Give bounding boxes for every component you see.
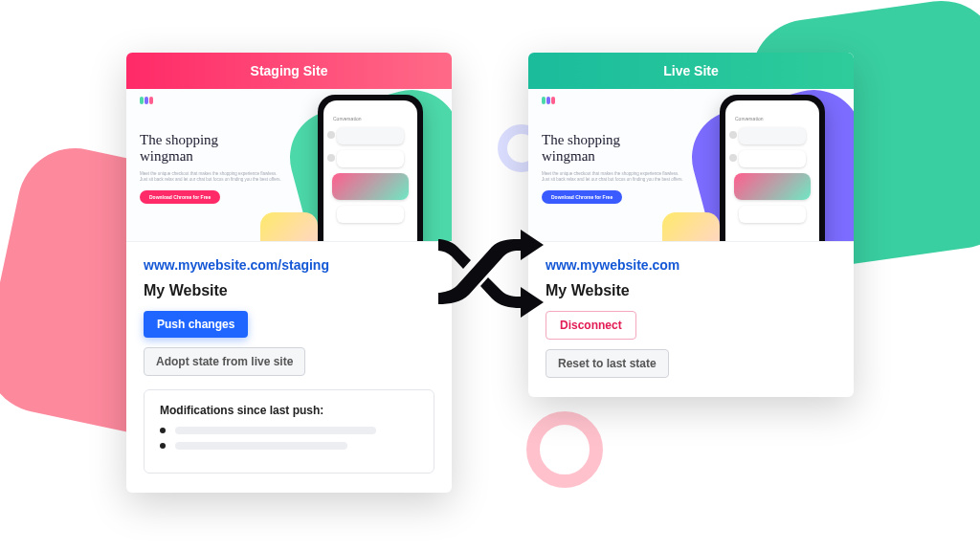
live-card: Live Site Conversation The shopping	[528, 53, 854, 397]
adopt-state-button[interactable]: Adopt state from live site	[144, 347, 305, 376]
live-card-header: Live Site	[528, 53, 854, 89]
modifications-panel: Modifications since last push:	[144, 389, 434, 474]
preview-chat-card	[332, 173, 409, 200]
preview-cta-button: Download Chrome for Free	[140, 190, 220, 204]
live-header-title: Live Site	[663, 63, 719, 78]
staging-card-header: Staging Site	[126, 53, 452, 89]
staging-card-body: www.mywebsite.com/staging My Website Pus…	[126, 242, 452, 493]
preview-cta-button: Download Chrome for Free	[542, 190, 622, 204]
preview-chat-bubble	[337, 150, 404, 167]
disconnect-button[interactable]: Disconnect	[546, 311, 636, 340]
push-changes-button[interactable]: Push changes	[144, 311, 248, 338]
preview-phone-mock: Conversation	[318, 95, 423, 242]
list-item	[160, 442, 418, 450]
list-item	[160, 427, 418, 434]
staging-site-preview: Conversation The shopping wingman Meet t…	[126, 89, 452, 242]
preview-chat-title: Conversation	[735, 116, 763, 121]
preview-chat-card	[734, 173, 811, 200]
preview-hero: The shopping wingman Meet the unique che…	[542, 132, 685, 204]
preview-chat-bubble	[337, 206, 404, 223]
preview-hero: The shopping wingman Meet the unique che…	[140, 132, 283, 204]
preview-chat-bubble	[739, 127, 806, 144]
preview-headline-2: wingman	[542, 148, 595, 164]
preview-subtext: Meet the unique checkout that makes the …	[542, 171, 685, 184]
preview-subtext: Meet the unique checkout that makes the …	[140, 171, 283, 184]
preview-phone-mock: Conversation	[720, 95, 825, 242]
preview-logo-icon	[140, 97, 153, 104]
preview-headline-2: wingman	[140, 148, 193, 164]
staging-header-title: Staging Site	[251, 63, 328, 78]
staging-site-title: My Website	[144, 282, 434, 299]
live-site-title: My Website	[546, 282, 836, 299]
preview-headline-1: The shopping	[542, 132, 620, 147]
preview-headline-1: The shopping	[140, 132, 218, 147]
live-site-preview: Conversation The shopping wingman Meet t…	[528, 89, 854, 242]
preview-corner-card	[662, 212, 720, 242]
preview-chat-title: Conversation	[333, 116, 361, 121]
preview-chat-bubble	[739, 206, 806, 223]
preview-chat-bubble	[739, 150, 806, 167]
modifications-title: Modifications since last push:	[160, 404, 418, 417]
live-card-body: www.mywebsite.com My Website Disconnect …	[528, 242, 854, 397]
preview-logo-icon	[542, 97, 555, 104]
swap-arrows-icon	[433, 215, 547, 320]
live-url[interactable]: www.mywebsite.com	[546, 257, 836, 273]
preview-corner-card	[260, 212, 318, 242]
staging-url[interactable]: www.mywebsite.com/staging	[144, 257, 434, 273]
reset-state-button[interactable]: Reset to last state	[546, 349, 669, 378]
preview-chat-bubble	[337, 127, 404, 144]
modifications-list	[160, 427, 418, 450]
staging-card: Staging Site Conversation The shopping	[126, 53, 452, 493]
